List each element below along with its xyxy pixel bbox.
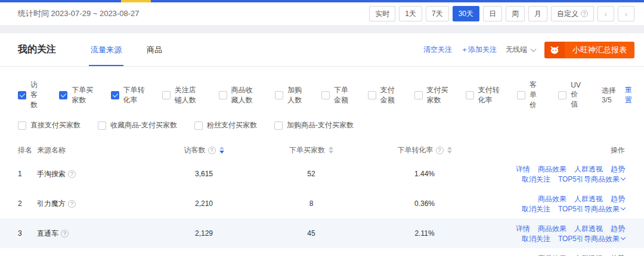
checkbox-icon[interactable] (59, 91, 67, 99)
metric-pay-amount[interactable]: 支付金额 (368, 85, 397, 105)
checkbox-icon[interactable] (274, 121, 283, 130)
help-icon[interactable]: ? (61, 230, 69, 238)
table-row: 1 手淘搜索 ? 3,615 52 1.44% 详情 商品效果 人群透视 趋势 … (0, 159, 644, 189)
prev-range-button[interactable]: ‹ (597, 6, 614, 21)
range-button-week[interactable]: 周 (506, 6, 525, 21)
add-follow-link[interactable]: ＋添加关注 (461, 45, 497, 55)
checkbox-icon[interactable] (414, 91, 423, 99)
checkbox-icon[interactable] (98, 121, 106, 130)
trend-link[interactable]: 趋势 (611, 225, 625, 232)
checkbox-icon[interactable] (194, 121, 203, 130)
metric-shop-followers[interactable]: 关注店铺人数 (162, 85, 202, 105)
help-icon[interactable]: ? (436, 146, 444, 154)
reset-link[interactable]: 重置 (625, 85, 634, 105)
checkbox-icon[interactable] (321, 91, 330, 99)
metric-order-amount[interactable]: 下单金额 (321, 85, 351, 105)
metric-fav-item-pay-buyers[interactable]: 收藏商品-支付买家数 (98, 120, 177, 130)
help-icon: ? (581, 10, 588, 17)
top5-effect-label: TOP5引导商品效果 (558, 205, 620, 213)
unfollow-link[interactable]: 取消关注 (522, 235, 550, 242)
help-icon[interactable]: ? (68, 200, 76, 208)
checkbox-icon[interactable] (517, 91, 525, 99)
order-conversion-cell: 2.11% (359, 229, 490, 238)
source-cell: 手淘搜索 ? (37, 169, 144, 179)
detail-link[interactable]: 详情 (516, 225, 530, 232)
metric-label: 访客数 (30, 80, 42, 110)
audience-insight-link[interactable]: 人群透视 (574, 166, 603, 173)
col-header-order-conversion-label: 下单转化率 (398, 145, 434, 155)
visitors-cell: 3,615 (144, 170, 264, 178)
metric-label: 下单买家数 (72, 85, 93, 105)
audience-insight-link[interactable]: 人群透视 (574, 195, 603, 202)
checkbox-icon[interactable] (18, 91, 26, 99)
detail-link[interactable]: 详情 (516, 166, 530, 173)
metric-uv-value[interactable]: UV价值 (558, 81, 584, 110)
traffic-source-table: 排名 来源名称 访客数 ? 下单买家数 下单转化率 ? (0, 141, 644, 256)
sort-icon-order-conversion[interactable] (447, 146, 452, 154)
help-icon[interactable]: ? (68, 170, 76, 178)
checkbox-icon[interactable] (558, 91, 566, 99)
checkbox-icon[interactable] (18, 121, 26, 130)
audience-insight-link[interactable]: 人群透视 (574, 225, 603, 232)
panel-header: 我的关注 流量来源 商品 清空关注 ＋添加关注 无线端 (0, 33, 644, 67)
top5-effect-link[interactable]: TOP5引导商品效果 (558, 176, 625, 183)
visitors-cell: 2,210 (144, 199, 264, 208)
range-button-1d[interactable]: 1天 (399, 6, 422, 21)
order-conversion-cell: 0.36% (359, 199, 490, 208)
metric-fan-pay-buyers[interactable]: 粉丝支付买家数 (194, 120, 257, 130)
range-button-30d[interactable]: 30天 (453, 6, 479, 21)
item-effect-link[interactable]: 商品效果 (538, 225, 566, 232)
unfollow-link[interactable]: 取消关注 (522, 176, 550, 183)
top5-effect-link[interactable]: TOP5引导商品效果 (558, 205, 625, 213)
range-button-realtime[interactable]: 实时 (369, 6, 395, 21)
metric-cart-users[interactable]: 加购人数 (275, 85, 304, 105)
item-effect-link[interactable]: 商品效果 (538, 195, 566, 202)
metric-cart-item-pay-buyers[interactable]: 加购商品-支付买家数 (274, 120, 354, 130)
selection-count-label: 选择 3/5 (602, 86, 619, 104)
channel-select[interactable]: 无线端 (506, 45, 535, 55)
metric-direct-pay-buyers[interactable]: 直接支付买家数 (18, 120, 80, 130)
range-button-day[interactable]: 日 (483, 6, 502, 21)
metric-label: 下单金额 (334, 85, 351, 105)
metric-item-favorites[interactable]: 商品收藏人数 (219, 85, 258, 105)
checkbox-icon[interactable] (368, 91, 376, 99)
checkbox-icon[interactable] (219, 91, 227, 99)
metric-label: 支付金额 (380, 85, 397, 105)
sort-icon-order-buyers[interactable] (329, 146, 333, 154)
range-button-7d[interactable]: 7天 (426, 6, 449, 21)
range-button-custom[interactable]: 自定义 ? (551, 6, 594, 21)
checkbox-icon[interactable] (162, 91, 171, 99)
metric-avg-order-value[interactable]: 客单价 (517, 80, 541, 110)
table-row: 2 引力魔方 ? 2,210 8 0.36% 商品效果 人群透视 趋势 取消关注 (0, 189, 644, 218)
metric-label: 加购商品-支付买家数 (287, 120, 354, 130)
tab-traffic-source[interactable]: 流量来源 (91, 33, 122, 66)
item-effect-link[interactable]: 商品效果 (538, 166, 566, 173)
help-icon[interactable]: ? (208, 146, 216, 154)
order-buyers-cell: 8 (264, 199, 359, 208)
table-row: 4 手淘旺信 ? 341 106 31.09% 商品效果 人群透视 趋势 取消关… (0, 248, 644, 256)
checkbox-icon[interactable] (111, 91, 119, 99)
operation-cell: 详情 商品效果 人群透视 趋势 取消关注 TOP5引导商品效果 (490, 166, 625, 183)
metric-label: 商品收藏人数 (231, 85, 258, 105)
tab-items[interactable]: 商品 (147, 33, 162, 66)
range-button-month[interactable]: 月 (528, 6, 547, 21)
summary-report-button[interactable]: 小旺神汇总报表 (544, 42, 634, 58)
metric-label: 直接支付买家数 (30, 120, 80, 130)
chevron-down-icon (621, 235, 626, 240)
rank-cell: 3 (18, 229, 37, 238)
metric-order-conversion[interactable]: 下单转化率 (111, 85, 145, 105)
checkbox-icon[interactable] (275, 91, 283, 99)
checkbox-icon[interactable] (466, 91, 474, 99)
metric-visitors[interactable]: 访客数 (18, 80, 42, 110)
top5-effect-link[interactable]: TOP5引导商品效果 (558, 235, 625, 242)
metric-pay-buyers[interactable]: 支付买家数 (414, 85, 448, 105)
trend-link[interactable]: 趋势 (611, 166, 625, 173)
metric-pay-conversion[interactable]: 支付转化率 (466, 85, 500, 105)
sort-icon-visitors[interactable] (219, 146, 224, 154)
trend-link[interactable]: 趋势 (611, 195, 625, 202)
metric-label: 关注店铺人数 (175, 85, 202, 105)
clear-follow-link[interactable]: 清空关注 (423, 45, 452, 55)
next-range-button[interactable]: › (618, 6, 634, 21)
unfollow-link[interactable]: 取消关注 (522, 205, 550, 213)
metric-order-buyers[interactable]: 下单买家数 (59, 85, 93, 105)
